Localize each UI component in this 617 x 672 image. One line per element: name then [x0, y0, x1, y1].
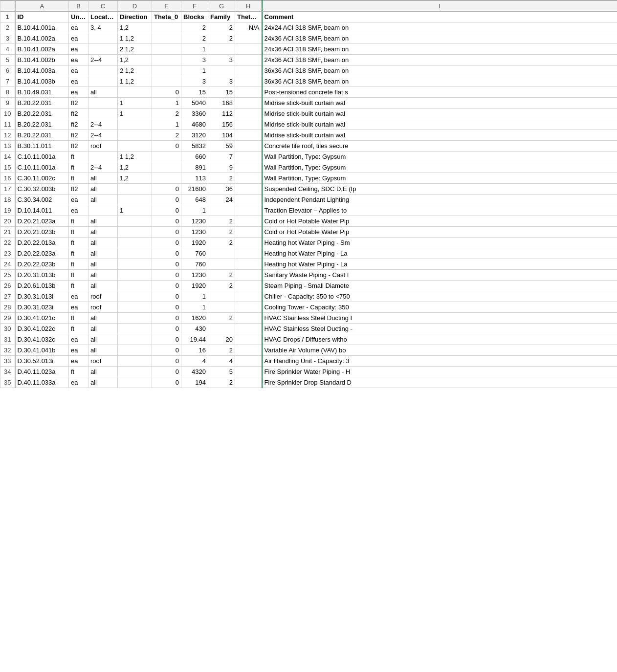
- cell-g[interactable]: 2: [208, 237, 235, 248]
- cell-h[interactable]: [235, 33, 262, 43]
- cell-b[interactable]: ea: [69, 377, 88, 388]
- cell-d[interactable]: [118, 119, 152, 130]
- cell-a[interactable]: ID: [15, 11, 69, 22]
- table-row[interactable]: 4B.10.41.002aea2 1,2124x36 ACI 318 SMF, …: [0, 43, 617, 54]
- cell-e[interactable]: [152, 54, 181, 65]
- cell-g[interactable]: 156: [208, 119, 235, 130]
- cell-d[interactable]: [118, 269, 152, 280]
- cell-h[interactable]: [235, 216, 262, 226]
- cell-g[interactable]: 2: [208, 216, 235, 226]
- table-row[interactable]: 34D.40.11.023aftall043205Fire Sprinkler …: [0, 366, 617, 377]
- cell-h[interactable]: [235, 237, 262, 248]
- cell-a[interactable]: C.30.32.003b: [15, 183, 69, 194]
- cell-a[interactable]: B.10.41.002a: [15, 33, 69, 43]
- cell-d[interactable]: 1,2: [118, 162, 152, 173]
- cell-e[interactable]: 0: [152, 183, 181, 194]
- cell-b[interactable]: ft: [69, 173, 88, 183]
- cell-i[interactable]: HVAC Stainless Steel Ducting -: [262, 323, 617, 334]
- cell-g[interactable]: [208, 248, 235, 259]
- cell-c[interactable]: all: [88, 323, 118, 334]
- cell-f[interactable]: 4320: [181, 366, 208, 377]
- col-header-b[interactable]: B: [69, 0, 88, 11]
- cell-e[interactable]: 0: [152, 216, 181, 226]
- cell-g[interactable]: 9: [208, 162, 235, 173]
- cell-a[interactable]: B.20.22.031: [15, 119, 69, 130]
- table-row[interactable]: 12B.20.22.031ft22--423120104Midrise stic…: [0, 130, 617, 140]
- table-row[interactable]: 20D.20.21.023aftall012302Cold or Hot Pot…: [0, 216, 617, 226]
- cell-c[interactable]: all: [88, 377, 118, 388]
- cell-b[interactable]: ft: [69, 323, 88, 334]
- cell-c[interactable]: all: [88, 280, 118, 291]
- cell-g[interactable]: 59: [208, 140, 235, 151]
- cell-d[interactable]: 2 1,2: [118, 43, 152, 54]
- table-row[interactable]: 33D.30.52.013iearoof044Air Handling Unit…: [0, 355, 617, 366]
- cell-f[interactable]: 2: [181, 22, 208, 33]
- cell-d[interactable]: 2 1,2: [118, 65, 152, 76]
- cell-e[interactable]: 0: [152, 205, 181, 216]
- cell-b[interactable]: ea: [69, 76, 88, 87]
- cell-e[interactable]: Theta_0: [152, 11, 181, 22]
- table-row[interactable]: 8B.10.49.031eaall01515Post-tensioned con…: [0, 87, 617, 97]
- cell-b[interactable]: ea: [69, 54, 88, 65]
- cell-c[interactable]: all: [88, 173, 118, 183]
- col-header-f[interactable]: F: [181, 0, 208, 11]
- cell-f[interactable]: 5040: [181, 97, 208, 108]
- cell-a[interactable]: B.10.41.001a: [15, 22, 69, 33]
- cell-d[interactable]: [118, 194, 152, 205]
- cell-f[interactable]: 891: [181, 162, 208, 173]
- cell-f[interactable]: 1: [181, 65, 208, 76]
- cell-d[interactable]: 1: [118, 108, 152, 119]
- table-row[interactable]: 19D.10.14.011ea101Traction Elevator – Ap…: [0, 205, 617, 216]
- cell-a[interactable]: D.20.31.013b: [15, 269, 69, 280]
- cell-c[interactable]: 3, 4: [88, 22, 118, 33]
- cell-c[interactable]: [88, 108, 118, 119]
- table-row[interactable]: 10B.20.22.031ft2123360112Midrise stick-b…: [0, 108, 617, 119]
- col-header-d[interactable]: D: [118, 0, 152, 11]
- cell-i[interactable]: Cooling Tower - Capacity: 350: [262, 302, 617, 312]
- cell-f[interactable]: 430: [181, 323, 208, 334]
- cell-f[interactable]: 3: [181, 76, 208, 87]
- cell-g[interactable]: 2: [208, 312, 235, 323]
- cell-g[interactable]: 112: [208, 108, 235, 119]
- cell-a[interactable]: C.30.34.002: [15, 194, 69, 205]
- cell-b[interactable]: ft: [69, 248, 88, 259]
- cell-i[interactable]: Steam Piping - Small Diamete: [262, 280, 617, 291]
- cell-b[interactable]: ea: [69, 205, 88, 216]
- cell-c[interactable]: [88, 97, 118, 108]
- cell-i[interactable]: Midrise stick-built curtain wal: [262, 97, 617, 108]
- cell-f[interactable]: 1: [181, 205, 208, 216]
- cell-i[interactable]: Air Handling Unit - Capacity: 3: [262, 355, 617, 366]
- cell-d[interactable]: 1: [118, 205, 152, 216]
- cell-e[interactable]: 0: [152, 323, 181, 334]
- cell-f[interactable]: 113: [181, 173, 208, 183]
- cell-b[interactable]: ea: [69, 65, 88, 76]
- cell-e[interactable]: 0: [152, 334, 181, 345]
- cell-h[interactable]: [235, 302, 262, 312]
- cell-e[interactable]: 0: [152, 248, 181, 259]
- cell-e[interactable]: 0: [152, 140, 181, 151]
- cell-c[interactable]: all: [88, 87, 118, 97]
- cell-f[interactable]: 648: [181, 194, 208, 205]
- cell-a[interactable]: D.20.61.013b: [15, 280, 69, 291]
- cell-e[interactable]: 0: [152, 377, 181, 388]
- cell-h[interactable]: [235, 65, 262, 76]
- cell-d[interactable]: [118, 259, 152, 269]
- cell-g[interactable]: 2: [208, 377, 235, 388]
- cell-b[interactable]: ft: [69, 151, 88, 162]
- cell-i[interactable]: Heating hot Water Piping - Sm: [262, 237, 617, 248]
- cell-g[interactable]: 2: [208, 345, 235, 355]
- table-row[interactable]: 9B.20.22.031ft2115040168Midrise stick-bu…: [0, 97, 617, 108]
- cell-i[interactable]: Cold or Hot Potable Water Pip: [262, 216, 617, 226]
- table-row[interactable]: 15C.10.11.001aft2--41,28919Wall Partitio…: [0, 162, 617, 173]
- cell-a[interactable]: D.10.14.011: [15, 205, 69, 216]
- cell-f[interactable]: 5832: [181, 140, 208, 151]
- cell-e[interactable]: [152, 43, 181, 54]
- cell-c[interactable]: 2--4: [88, 162, 118, 173]
- cell-b[interactable]: ea: [69, 291, 88, 302]
- cell-d[interactable]: Direction: [118, 11, 152, 22]
- cell-a[interactable]: B.10.41.002b: [15, 54, 69, 65]
- cell-d[interactable]: 1,2: [118, 54, 152, 65]
- cell-f[interactable]: 760: [181, 248, 208, 259]
- cell-d[interactable]: [118, 237, 152, 248]
- cell-b[interactable]: ft: [69, 312, 88, 323]
